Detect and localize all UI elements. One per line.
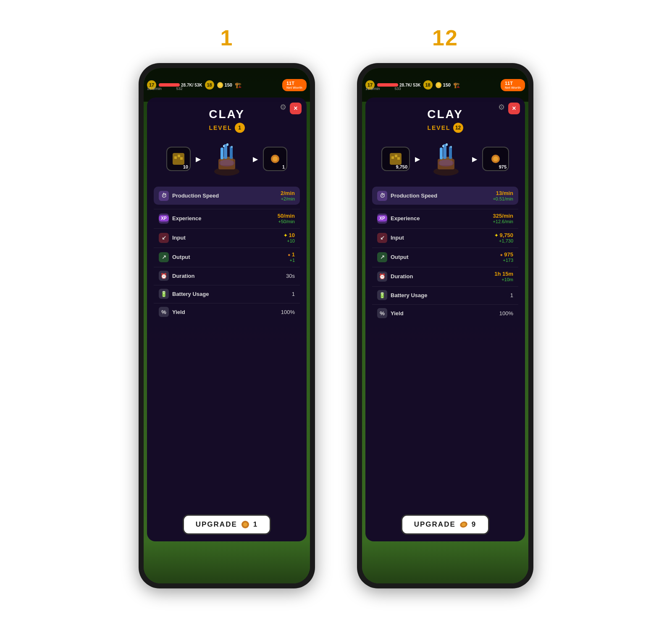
right-output-icon: ↗ [377, 252, 387, 262]
right-stat-battery: 🔋 Battery Usage 1 [372, 286, 518, 303]
right-stat-duration-values: 1h 15m +10m [494, 271, 513, 282]
right-hud-sub: 16.9/min 533 [365, 87, 401, 91]
left-craft-arrow1: ▶ [196, 155, 201, 163]
left-stats: ⏱ Production Speed 2/min +2/min [154, 187, 300, 320]
left-craft-input: 10 [166, 147, 191, 171]
left-hud-sub: 16.9/min 532 [147, 87, 183, 91]
left-stat-input-values: ✦ 10 +10 [284, 232, 295, 243]
svg-rect-3 [180, 157, 183, 160]
svg-rect-8 [220, 148, 223, 159]
right-stat-yield-label: % Yield [377, 308, 404, 318]
right-hud-level2: 18 [423, 80, 433, 90]
svg-point-33 [493, 156, 498, 161]
left-duration-icon: ⏰ [159, 271, 169, 281]
right-stat-duration-label: ⏰ Duration [377, 272, 413, 282]
right-craft-arrow2: ▶ [472, 155, 477, 163]
left-battery-icon: 🔋 [159, 289, 169, 299]
right-craft-area: 9,750 ▶ [372, 138, 518, 180]
right-level-badge: LEVEL 12 [427, 123, 463, 133]
left-stat-input-label: ↙ Input [159, 233, 186, 243]
left-close-button[interactable]: × [290, 103, 302, 114]
left-modal: × ⚙ CLAY LEVEL 1 10 [147, 98, 307, 541]
right-stat-xp-label: XP Experience [377, 214, 420, 224]
left-yield-icon: % [159, 307, 169, 317]
right-stat-output-label: ↗ Output [377, 252, 409, 262]
right-close-button[interactable]: × [508, 103, 520, 114]
right-battery-icon: 🔋 [377, 290, 387, 300]
right-stat-yield-values: 100% [499, 310, 513, 316]
right-stat-production-values: 13/min +0.51/min [493, 190, 513, 201]
left-craft-center [206, 138, 248, 180]
left-stat-output-label: ↗ Output [159, 252, 190, 262]
left-stat-production: ⏱ Production Speed 2/min +2/min [154, 187, 300, 205]
right-production-icon: ⏱ [377, 191, 387, 201]
right-hud-bar [377, 83, 398, 87]
left-upgrade-button[interactable]: UPGRADE 1 [183, 514, 271, 535]
left-stat-yield-label: % Yield [159, 307, 185, 317]
right-stat-production: ⏱ Production Speed 13/min +0.51/min [372, 187, 518, 205]
left-clay-title: CLAY [209, 108, 245, 121]
left-stat-duration-label: ⏰ Duration [159, 271, 194, 281]
svg-rect-27 [449, 146, 452, 159]
right-duration-icon: ⏰ [377, 272, 387, 282]
right-stat-output-values: ● 975 +173 [500, 251, 513, 263]
left-hud-coins: 🪙 150 [217, 82, 232, 88]
svg-rect-19 [391, 156, 394, 159]
left-stat-input: ↙ Input ✦ 10 +10 [154, 228, 300, 247]
left-production-icon: ⏱ [159, 191, 169, 201]
right-stat-xp-values: 325/min +12.6/min [493, 213, 513, 224]
svg-rect-26 [440, 148, 443, 159]
right-settings-icon[interactable]: ⚙ [498, 103, 505, 112]
svg-rect-12 [231, 146, 233, 148]
left-phone-screen: 17 28.7K/ 53K 18 🪙 150 [144, 68, 310, 583]
right-phone-frame: 17 28.7K/ 53K 18 🪙 150 [357, 63, 533, 588]
right-craft-output: 975 [482, 147, 509, 171]
right-bottom-game [362, 541, 528, 583]
left-level-badge: LEVEL 1 [209, 123, 244, 133]
svg-point-15 [273, 156, 278, 161]
left-craft-area: 10 ▶ [154, 138, 300, 180]
right-column: 12 17 28.7K/ 53K [357, 25, 533, 588]
left-number: 1 [220, 25, 234, 50]
left-stat-xp-label: XP Experience [159, 214, 201, 224]
svg-rect-2 [178, 155, 180, 157]
left-phone-frame: 17 28.7K/ 53K 18 🪙 150 [139, 63, 315, 588]
left-stat-output-values: ● 1 +1 [288, 251, 295, 263]
left-stat-xp-values: 50/min +50/min [278, 213, 295, 224]
left-hud-bar [159, 83, 180, 87]
right-stats: ⏱ Production Speed 13/min +0.51/min [372, 187, 518, 322]
right-yield-icon: % [377, 308, 387, 318]
svg-rect-20 [395, 155, 397, 157]
right-craft-input: 9,750 [381, 147, 410, 171]
right-stat-input-values: ✦ 9,750 +1,730 [494, 232, 513, 243]
right-upgrade-button[interactable]: UPGRADE 9 [401, 514, 489, 535]
right-stat-production-label: ⏱ Production Speed [377, 191, 437, 201]
right-stat-battery-label: 🔋 Battery Usage [377, 290, 427, 300]
svg-point-13 [219, 160, 234, 166]
columns: 1 17 28.7K/ 53K [139, 25, 533, 588]
svg-rect-29 [442, 145, 444, 147]
left-xp-icon: XP [159, 214, 169, 224]
right-stat-input: ↙ Input ✦ 9,750 +1,730 [372, 228, 518, 247]
svg-rect-30 [450, 146, 452, 148]
right-input-icon: ↙ [377, 233, 387, 243]
right-modal: × ⚙ CLAY LEVEL 12 9,750 [365, 98, 525, 541]
right-number: 12 [432, 25, 458, 50]
right-stat-output: ↗ Output ● 975 +173 [372, 248, 518, 266]
right-clay-title: CLAY [427, 108, 463, 121]
left-hud-gold: 11T Net Worth [282, 79, 307, 91]
svg-rect-21 [397, 157, 400, 160]
svg-rect-9 [230, 146, 233, 159]
left-stat-production-label: ⏱ Production Speed [159, 191, 219, 201]
left-hud-stack: 🏗️ [235, 82, 242, 88]
right-stat-xp: XP Experience 325/min +12.6/min [372, 209, 518, 227]
left-craft-arrow2: ▶ [253, 155, 258, 163]
left-settings-icon[interactable]: ⚙ [280, 103, 286, 112]
left-stat-duration-values: 30s [286, 273, 295, 279]
left-bottom-game [144, 541, 310, 583]
left-stat-production-values: 2/min +2/min [281, 190, 295, 201]
right-stat-duration: ⏰ Duration 1h 15m +10m [372, 267, 518, 285]
left-stat-yield: % Yield 100% [154, 303, 300, 320]
right-hud-gold: 11T Net Worth [501, 79, 525, 91]
left-stat-battery: 🔋 Battery Usage 1 [154, 285, 300, 302]
